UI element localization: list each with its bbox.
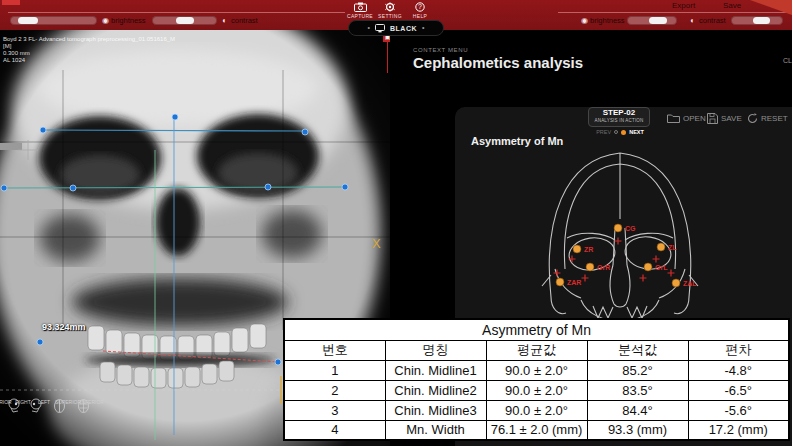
cell: 17.2 (mm): [688, 420, 789, 440]
diagram-ear-left: [551, 297, 566, 314]
diagram-landmark-ZR[interactable]: [573, 245, 581, 253]
col-header: 편차: [688, 340, 789, 360]
landmark-label: ZL: [668, 244, 677, 251]
x-axis-marker: X: [372, 236, 381, 251]
pill-bullet-right: •: [422, 24, 424, 32]
landmark-dot[interactable]: [70, 185, 76, 191]
landmark-label: CG: [625, 225, 636, 232]
diagram-nasal-aperture: [610, 265, 630, 307]
orientation-inferior[interactable]: INFERIOR: [77, 398, 107, 405]
export-button[interactable]: Export: [672, 1, 695, 10]
landmark-dot[interactable]: [275, 359, 281, 365]
cell: 2: [284, 380, 385, 400]
context-menu-label: CONTEXT MENU: [413, 47, 468, 53]
table-row: 1 Chin. Midline1 90.0 ± 2.0° 85.2° -4.8°: [284, 360, 789, 380]
cell: 90.0 ± 2.0°: [486, 380, 587, 400]
contrast-slider-thumb[interactable]: [176, 17, 194, 24]
cell: 4: [284, 420, 385, 440]
monitor-icon: [375, 24, 385, 33]
camera-icon: [354, 2, 367, 12]
col-header: 명칭: [385, 340, 486, 360]
skull-icon: [8, 398, 21, 414]
cell: Mn. Width: [385, 420, 486, 440]
landmark-label: ZAL: [683, 280, 697, 287]
diagram-landmark-ZAR[interactable]: [556, 278, 564, 286]
cell: 76.1 ± 2.0 (mm): [486, 420, 587, 440]
diagram-landmark-ZAL[interactable]: [672, 279, 680, 287]
col-header: 평균값: [486, 340, 587, 360]
toolbar-divider-left: [8, 12, 345, 13]
help-button[interactable]: ? HELP: [403, 2, 437, 19]
screen-mode-dropdown[interactable]: • BLACK •: [348, 20, 444, 36]
landmark-dot[interactable]: [302, 129, 308, 135]
save-button[interactable]: Save: [723, 1, 741, 10]
brightness-label-right: brightness: [590, 16, 625, 25]
landmark-dot[interactable]: [342, 184, 348, 190]
diagram-landmark-OrL[interactable]: [644, 263, 652, 271]
help-label: HELP: [403, 13, 437, 19]
ceph-diagram: CG ZR ZL OrR OrL ZAR ZAL: [455, 107, 792, 339]
landmark-dot[interactable]: [40, 127, 46, 133]
brightness-slider-thumb[interactable]: [18, 17, 38, 24]
diagram-landmark-OrR[interactable]: [586, 263, 594, 271]
col-header: 번호: [284, 340, 385, 360]
table-row: 2 Chin. Midline2 90.0 ± 2.0° 83.5° -6.5°: [284, 380, 789, 400]
col-header: 분석값: [587, 340, 688, 360]
cross-marker: [554, 270, 561, 277]
application-window: ◉ brightness ◐ contrast CAPTURE SETTING: [0, 0, 792, 446]
capture-button[interactable]: CAPTURE: [343, 2, 377, 19]
setting-label: SETTING: [373, 13, 407, 19]
brightness-slider-right[interactable]: [627, 16, 677, 25]
diagram-ear-right: [674, 297, 689, 314]
cross-marker: [640, 275, 647, 282]
scan-info-line: 0.300 mm: [3, 50, 175, 57]
cell: -4.8°: [688, 360, 789, 380]
skull-icon: [53, 398, 66, 414]
panel-title: Cephalometics analysis: [413, 54, 583, 71]
contrast-label-right: contrast: [699, 16, 726, 25]
landmark-dot[interactable]: [265, 184, 271, 190]
contrast-slider-left[interactable]: [152, 16, 217, 25]
svg-text:?: ?: [418, 3, 422, 10]
landmark-label: ZAR: [567, 279, 581, 286]
brightness-slider-right-thumb[interactable]: [649, 17, 667, 24]
close-button[interactable]: CLOSE: [783, 57, 792, 64]
scan-info-line: [M]: [3, 43, 175, 50]
diagram-landmark-CG[interactable]: [614, 224, 622, 232]
contrast-slider-right-thumb[interactable]: [753, 17, 770, 24]
cell: 3: [284, 400, 385, 420]
help-icon: ?: [415, 2, 425, 12]
measurement-label: 93.324mm: [42, 322, 86, 332]
left-edge-handle[interactable]: [0, 143, 22, 150]
diagram-teeth: [593, 306, 647, 318]
scan-info: Boyd 2 3 FL- Advanced tomograph preproce…: [3, 36, 175, 64]
screen-mode-value: BLACK: [390, 25, 417, 32]
cell: 90.0 ± 2.0°: [486, 360, 587, 380]
scan-info-line: AL 1024: [3, 57, 175, 64]
cell: 85.2°: [587, 360, 688, 380]
cell: -5.6°: [688, 400, 789, 420]
contrast-slider-right[interactable]: [731, 16, 783, 25]
cell: 93.3 (mm): [587, 420, 688, 440]
brightness-label: brightness: [111, 16, 146, 25]
occlusal-dashed-line[interactable]: [103, 351, 278, 362]
skull-icon: [29, 398, 42, 414]
diagram-landmark-ZL[interactable]: [657, 243, 665, 251]
landmark-dot[interactable]: [172, 114, 178, 120]
landmark-dot[interactable]: [1, 185, 7, 191]
brightness-icon: ◉: [102, 16, 109, 25]
setting-button[interactable]: SETTING: [373, 2, 407, 19]
cross-marker: [653, 256, 660, 263]
brightness-slider-left[interactable]: [10, 16, 97, 25]
capture-label: CAPTURE: [343, 13, 377, 19]
contrast-icon: ◐: [222, 16, 227, 25]
landmark-label: OrR: [597, 264, 610, 271]
cell: 1: [284, 360, 385, 380]
scan-info-line: Boyd 2 3 FL- Advanced tomograph preproce…: [3, 36, 175, 43]
cell: 83.5°: [587, 380, 688, 400]
cross-marker: [668, 270, 675, 277]
brightness-icon-right: ◉: [581, 16, 588, 25]
landmark-dot[interactable]: [37, 339, 43, 345]
contrast-icon-right: ◐: [690, 16, 695, 25]
viewport-marker-line: [387, 42, 388, 73]
